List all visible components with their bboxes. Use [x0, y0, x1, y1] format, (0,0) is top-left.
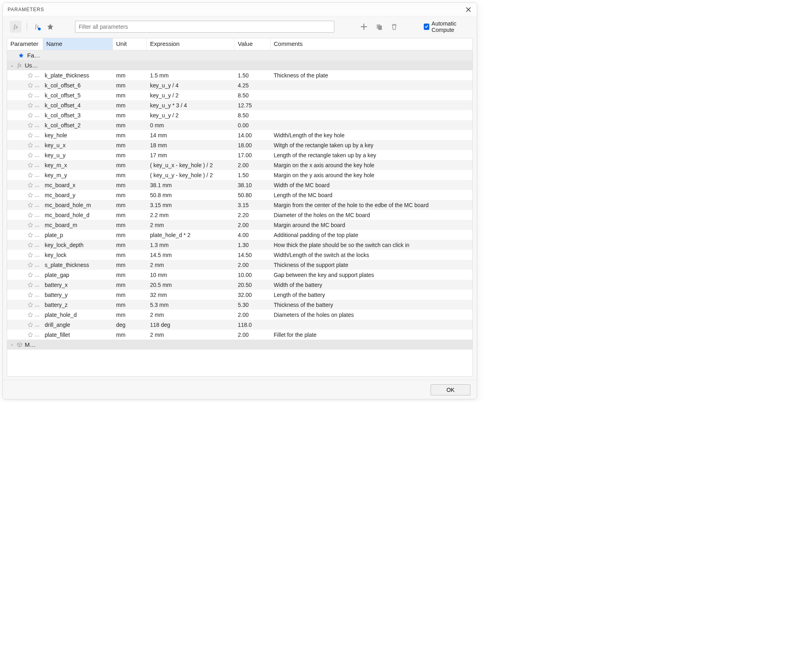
favorite-toggle[interactable] [27, 162, 34, 168]
more-menu[interactable]: … [34, 292, 40, 298]
favorite-filter-button[interactable] [45, 21, 55, 32]
cell-unit[interactable]: mm [113, 102, 147, 109]
table-row[interactable]: …battery_xmm20.5 mm20.50Width of the bat… [7, 280, 472, 290]
cell-comments[interactable]: Width of the MC board [271, 182, 472, 188]
cell-value[interactable]: 38.10 [235, 182, 271, 188]
cell-comments[interactable]: Margin on the y axis around the key hole [271, 172, 472, 178]
cell-comments[interactable]: Length of the MC board [271, 192, 472, 198]
more-menu[interactable]: … [34, 332, 40, 338]
group-favorites[interactable]: Fa… [7, 50, 472, 60]
cell-value[interactable]: 32.00 [235, 292, 271, 298]
cell-name[interactable]: k_col_offset_4 [43, 102, 113, 109]
more-menu[interactable]: … [34, 222, 40, 228]
more-menu[interactable]: … [34, 202, 40, 208]
favorite-toggle[interactable] [27, 192, 34, 198]
cell-unit[interactable]: mm [113, 92, 147, 99]
more-menu[interactable]: … [34, 142, 40, 148]
cell-name[interactable]: drill_angle [43, 322, 113, 328]
cell-value[interactable]: 12.75 [235, 102, 271, 109]
filter-input[interactable] [75, 21, 334, 33]
group-user[interactable]: ⌄fxUs… [7, 60, 472, 70]
cell-name[interactable]: key_lock_depth [43, 242, 113, 248]
favorite-toggle[interactable] [27, 152, 34, 158]
cell-value[interactable]: 14.50 [235, 252, 271, 258]
cell-name[interactable]: k_col_offset_5 [43, 92, 113, 99]
cell-value[interactable]: 2.00 [235, 162, 271, 168]
cell-comments[interactable]: Width of the battery [271, 282, 472, 288]
cell-expression[interactable]: key_u_y / 2 [147, 92, 235, 99]
table-row[interactable]: …k_col_offset_6mmkey_u_y / 44.25 [7, 80, 472, 90]
cell-unit[interactable]: mm [113, 182, 147, 188]
more-menu[interactable]: … [34, 132, 40, 138]
cell-value[interactable]: 8.50 [235, 112, 271, 119]
cell-expression[interactable]: 2.2 mm [147, 212, 235, 218]
favorite-toggle[interactable] [27, 302, 34, 308]
cell-name[interactable]: mc_board_y [43, 192, 113, 198]
column-header-name[interactable]: Name [43, 38, 113, 50]
table-row[interactable]: …mc_board_xmm38.1 mm38.10Width of the MC… [7, 180, 472, 190]
more-menu[interactable]: … [34, 312, 40, 318]
cell-name[interactable]: plate_hole_d [43, 312, 113, 318]
favorite-toggle[interactable] [27, 262, 34, 268]
table-row[interactable]: …plate_filletmm2 mm2.00Fillet for the pl… [7, 330, 472, 340]
cell-name[interactable]: plate_fillet [43, 332, 113, 338]
cell-name[interactable]: battery_x [43, 282, 113, 288]
more-menu[interactable]: … [34, 242, 40, 248]
cell-expression[interactable]: ( key_u_x - key_hole ) / 2 [147, 162, 235, 168]
favorite-toggle[interactable] [27, 112, 34, 119]
column-header-expression[interactable]: Expression [147, 38, 235, 50]
cell-expression[interactable]: 14.5 mm [147, 252, 235, 258]
favorite-toggle[interactable] [27, 172, 34, 178]
cell-name[interactable]: plate_gap [43, 272, 113, 278]
cell-unit[interactable]: mm [113, 152, 147, 158]
delete-button[interactable] [389, 21, 400, 32]
add-parameter-button[interactable] [358, 21, 369, 32]
cell-unit[interactable]: mm [113, 332, 147, 338]
column-header-unit[interactable]: Unit [113, 38, 147, 50]
more-menu[interactable]: … [34, 182, 40, 188]
cell-expression[interactable]: ( key_u_y - key_hole ) / 2 [147, 172, 235, 178]
cell-value[interactable]: 17.00 [235, 152, 271, 158]
paste-button[interactable] [373, 21, 385, 32]
fx-button[interactable]: fx [10, 21, 22, 33]
cell-unit[interactable]: deg [113, 322, 147, 328]
table-row[interactable]: …mc_board_ymm50.8 mm50.80Length of the M… [7, 190, 472, 200]
cell-comments[interactable]: How thick the plate should be so the swi… [271, 242, 472, 248]
cell-value[interactable]: 2.00 [235, 262, 271, 268]
table-row[interactable]: …battery_ymm32 mm32.00Length of the batt… [7, 290, 472, 300]
cell-unit[interactable]: mm [113, 192, 147, 198]
cell-expression[interactable]: 1.5 mm [147, 72, 235, 79]
favorite-toggle[interactable] [27, 292, 34, 298]
cell-name[interactable]: battery_y [43, 292, 113, 298]
favorite-toggle[interactable] [27, 242, 34, 248]
table-row[interactable]: …mc_board_mmm2 mm2.00Margin around the M… [7, 220, 472, 230]
cell-name[interactable]: key_lock [43, 252, 113, 258]
favorite-toggle[interactable] [27, 232, 34, 238]
cell-expression[interactable]: 14 mm [147, 132, 235, 138]
favorite-toggle[interactable] [27, 142, 34, 148]
cell-value[interactable]: 20.50 [235, 282, 271, 288]
close-button[interactable] [464, 5, 473, 14]
cell-comments[interactable]: Margin around the MC board [271, 222, 472, 228]
cell-value[interactable]: 0.00 [235, 122, 271, 128]
cell-comments[interactable]: Additional padding of the top plate [271, 232, 472, 238]
cell-value[interactable]: 4.00 [235, 232, 271, 238]
cell-value[interactable]: 4.25 [235, 82, 271, 89]
favorite-toggle[interactable] [27, 222, 34, 228]
table-row[interactable]: …key_holemm14 mm14.00Width/Length of the… [7, 130, 472, 140]
favorite-toggle[interactable] [27, 272, 34, 278]
cell-unit[interactable]: mm [113, 232, 147, 238]
cell-expression[interactable]: 32 mm [147, 292, 235, 298]
cell-value[interactable]: 2.00 [235, 222, 271, 228]
more-menu[interactable]: … [34, 192, 40, 198]
column-header-value[interactable]: Value [235, 38, 271, 50]
table-row[interactable]: …plate_hole_dmm2 mm2.00Diameters of the … [7, 310, 472, 320]
cell-unit[interactable]: mm [113, 82, 147, 89]
more-menu[interactable]: … [34, 172, 40, 178]
cell-comments[interactable]: Length of the battery [271, 292, 472, 298]
cell-unit[interactable]: mm [113, 302, 147, 308]
cell-comments[interactable]: Thickness of the plate [271, 72, 472, 79]
cell-value[interactable]: 2.00 [235, 312, 271, 318]
cell-unit[interactable]: mm [113, 122, 147, 128]
more-menu[interactable]: … [34, 82, 40, 88]
